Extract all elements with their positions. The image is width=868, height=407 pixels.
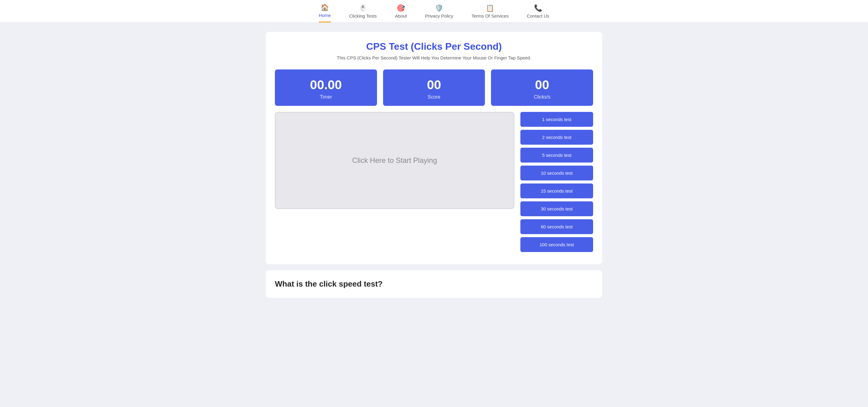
nav-item-terms-of-services[interactable]: 📋Terms Of Services: [472, 4, 509, 22]
nav-item-privacy-policy[interactable]: 🛡️Privacy Policy: [425, 4, 453, 22]
nav-label-contact-us: Contact Us: [527, 13, 549, 19]
stats-row: 00.00Timer00Score00Clicks/s: [275, 69, 593, 106]
sidebar-buttons: 1 seconds test2 seconds test5 seconds te…: [520, 112, 593, 252]
stat-label-timer: Timer: [281, 94, 371, 100]
main-nav: 🏠Home🖱️Clicking Tests🎯About🛡️Privacy Pol…: [0, 0, 868, 23]
nav-item-about[interactable]: 🎯About: [395, 4, 407, 22]
terms-of-services-icon: 📋: [486, 4, 494, 12]
click-area[interactable]: Click Here to Start Playing: [275, 112, 514, 209]
stat-box-score: 00Score: [383, 69, 485, 106]
bottom-card: What is the click speed test?: [266, 270, 602, 298]
page-subtitle: This CPS (Clicks Per Second) Tester Will…: [275, 55, 593, 60]
stat-box-timer: 00.00Timer: [275, 69, 377, 106]
nav-label-privacy-policy: Privacy Policy: [425, 13, 453, 19]
test-btn-60s[interactable]: 60 seconds test: [520, 219, 593, 234]
stat-label-score: Score: [389, 94, 479, 100]
nav-label-about: About: [395, 13, 407, 19]
nav-item-home[interactable]: 🏠Home: [319, 4, 331, 23]
stat-value-timer: 00.00: [281, 78, 371, 92]
stat-value-clicks: 00: [497, 78, 587, 92]
content-row: Click Here to Start Playing 1 seconds te…: [275, 112, 593, 252]
stat-box-clicks: 00Clicks/s: [491, 69, 593, 106]
page-title: CPS Test (Clicks Per Second): [275, 41, 593, 52]
test-btn-2s[interactable]: 2 seconds test: [520, 130, 593, 145]
clicking-tests-icon: 🖱️: [359, 4, 367, 12]
main-wrapper: CPS Test (Clicks Per Second) This CPS (C…: [260, 23, 608, 298]
nav-label-home: Home: [319, 13, 331, 18]
test-btn-10s[interactable]: 10 seconds test: [520, 166, 593, 180]
nav-item-clicking-tests[interactable]: 🖱️Clicking Tests: [349, 4, 377, 22]
click-area-wrapper: Click Here to Start Playing: [275, 112, 514, 209]
stat-label-clicks: Clicks/s: [497, 94, 587, 100]
test-btn-15s[interactable]: 15 seconds test: [520, 183, 593, 198]
contact-us-icon: 📞: [534, 4, 542, 12]
nav-item-contact-us[interactable]: 📞Contact Us: [527, 4, 549, 22]
privacy-policy-icon: 🛡️: [435, 4, 443, 12]
home-icon: 🏠: [321, 4, 329, 11]
stat-value-score: 00: [389, 78, 479, 92]
bottom-card-title: What is the click speed test?: [275, 279, 593, 289]
test-btn-5s[interactable]: 5 seconds test: [520, 148, 593, 163]
about-icon: 🎯: [397, 4, 405, 12]
test-btn-100s[interactable]: 100 seconds test: [520, 237, 593, 252]
nav-label-terms-of-services: Terms Of Services: [472, 13, 509, 19]
nav-label-clicking-tests: Clicking Tests: [349, 13, 377, 19]
test-btn-30s[interactable]: 30 seconds test: [520, 201, 593, 216]
main-card: CPS Test (Clicks Per Second) This CPS (C…: [266, 32, 602, 264]
click-area-text: Click Here to Start Playing: [352, 156, 437, 165]
test-btn-1s[interactable]: 1 seconds test: [520, 112, 593, 127]
